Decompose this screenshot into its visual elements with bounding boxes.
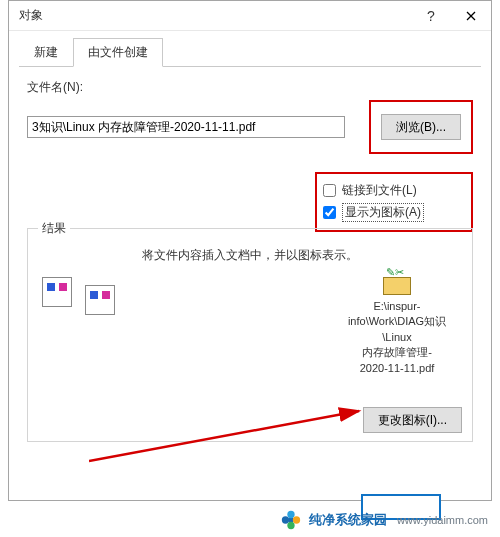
link-to-file-label: 链接到文件(L) (342, 182, 417, 199)
browse-highlight: 浏览(B)... (369, 100, 473, 154)
change-icon-button[interactable]: 更改图标(I)... (363, 407, 462, 433)
result-title: 结果 (38, 220, 70, 237)
tab-new[interactable]: 新建 (19, 38, 73, 67)
site-url: www.yidaimm.com (397, 514, 488, 526)
object-dialog: 对象 ? 新建 由文件创建 文件名(N): 浏览(B)... 链接到文件(L) … (8, 0, 492, 501)
result-icon-stack (42, 277, 105, 310)
titlebar: 对象 ? (9, 1, 491, 31)
package-icon: ✎✂ (380, 265, 414, 295)
dialog-body: 文件名(N): 浏览(B)... 链接到文件(L) 显示为图标(A) 结果 将文… (9, 67, 491, 442)
show-as-icon-label: 显示为图标(A) (342, 203, 424, 222)
tab-from-file[interactable]: 由文件创建 (73, 38, 163, 67)
filename-input[interactable] (27, 116, 345, 138)
document-icon (85, 285, 115, 315)
watermark-footer: 纯净系统家园 www.yidaimm.com (0, 503, 500, 537)
site-brand: 纯净系统家园 (309, 511, 387, 529)
result-group: 结果 将文件内容插入文档中，并以图标表示。 ✎✂ E:\inspur-info\… (27, 228, 473, 442)
options-highlight: 链接到文件(L) 显示为图标(A) (315, 172, 473, 232)
result-desc: 将文件内容插入文档中，并以图标表示。 (38, 237, 462, 264)
filename-label: 文件名(N): (27, 79, 473, 96)
selected-file-path: E:\inspur-info\Work\DIAG知识\Linux 内存故障管理-… (340, 299, 454, 376)
show-as-icon-checkbox[interactable] (323, 206, 336, 219)
dialog-title: 对象 (19, 7, 411, 24)
link-to-file-checkbox[interactable] (323, 184, 336, 197)
link-to-file-option[interactable]: 链接到文件(L) (323, 180, 465, 201)
document-icon (42, 277, 72, 307)
close-icon (466, 11, 476, 21)
browse-button[interactable]: 浏览(B)... (381, 114, 461, 140)
show-as-icon-option[interactable]: 显示为图标(A) (323, 201, 465, 224)
selected-file-column: ✎✂ E:\inspur-info\Work\DIAG知识\Linux 内存故障… (340, 265, 454, 376)
file-row: 浏览(B)... (27, 100, 473, 154)
tabs: 新建 由文件创建 (19, 37, 481, 67)
help-button[interactable]: ? (411, 1, 451, 30)
site-logo-icon (279, 508, 303, 532)
close-button[interactable] (451, 1, 491, 30)
